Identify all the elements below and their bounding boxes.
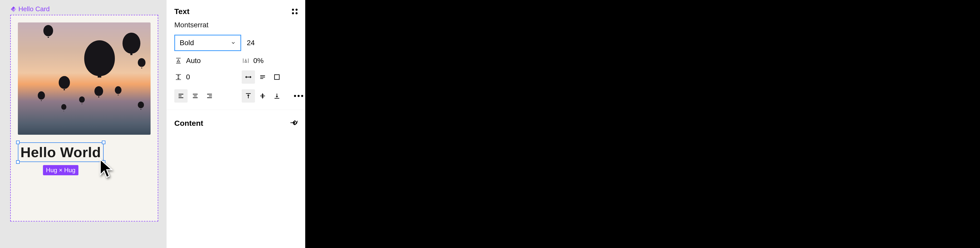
content-section-title: Content <box>174 119 203 127</box>
paragraph-spacing-icon <box>174 73 183 81</box>
text-layer-selection[interactable]: Hello World Hug × Hug <box>18 142 103 162</box>
text-section-title: Text <box>174 7 189 16</box>
resize-handle-top-left[interactable] <box>16 141 20 144</box>
resize-auto-height-button[interactable] <box>256 70 269 84</box>
text-align-right-button[interactable] <box>203 89 216 103</box>
vertical-align-top-button[interactable] <box>242 89 255 103</box>
font-size-field[interactable]: 24 <box>247 39 255 47</box>
properties-panel: Text Montserrat Bold 24 Auto 0% <box>166 0 305 248</box>
design-canvas[interactable]: Hello Card Hello World Hug × Hug <box>0 0 166 248</box>
cursor-icon <box>99 158 115 180</box>
font-family-field[interactable]: Montserrat <box>174 21 298 29</box>
component-icon <box>10 6 17 13</box>
empty-area <box>305 0 980 248</box>
letter-spacing-icon <box>242 57 250 65</box>
component-title-label: Hello Card <box>10 5 50 13</box>
resize-handle-top-right[interactable] <box>102 141 105 144</box>
text-align-center-button[interactable] <box>189 89 202 103</box>
vertical-align-bottom-button[interactable] <box>270 89 283 103</box>
line-height-field[interactable]: Auto <box>186 57 201 65</box>
vertical-align-middle-button[interactable] <box>256 89 269 103</box>
resize-fixed-button[interactable] <box>270 70 283 84</box>
chevron-down-icon <box>231 40 236 45</box>
font-weight-value: Bold <box>180 39 194 47</box>
hello-world-text[interactable]: Hello World <box>18 142 103 162</box>
apply-instance-icon[interactable] <box>290 119 298 128</box>
line-height-icon <box>174 57 183 65</box>
hello-card-frame[interactable]: Hello World Hug × Hug <box>10 15 158 221</box>
letter-spacing-field[interactable]: 0% <box>253 57 264 65</box>
more-options-button[interactable] <box>294 95 303 97</box>
paragraph-spacing-field[interactable]: 0 <box>186 73 190 81</box>
component-title-text: Hello Card <box>18 5 50 13</box>
resize-handle-bottom-left[interactable] <box>16 160 20 164</box>
autolayout-size-badge: Hug × Hug <box>43 165 78 175</box>
card-image <box>18 22 151 135</box>
svg-rect-0 <box>274 75 279 79</box>
font-weight-select[interactable]: Bold <box>174 35 241 51</box>
drag-handle-icon[interactable] <box>292 9 298 14</box>
text-align-left-button[interactable] <box>174 89 188 103</box>
resize-auto-width-button[interactable] <box>242 70 255 84</box>
